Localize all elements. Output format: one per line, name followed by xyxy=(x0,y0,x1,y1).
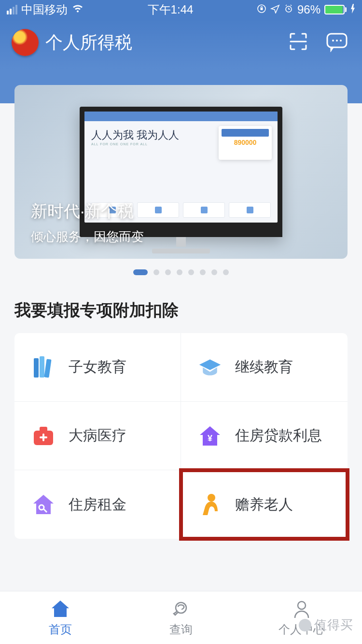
charging-icon xyxy=(350,3,355,16)
elder-icon xyxy=(198,493,222,516)
medkit-icon xyxy=(32,424,55,448)
tab-query[interactable]: 查询 xyxy=(121,591,241,644)
battery-icon xyxy=(324,5,347,14)
svg-point-4 xyxy=(332,40,334,42)
house-key-icon xyxy=(32,493,55,516)
svg-point-15 xyxy=(298,602,306,609)
app-header: 个人所得税 xyxy=(0,19,362,70)
deduction-grid: 子女教育 继续教育 大病医疗 ¥ 住房贷款利息 住房租金 赡养老人 xyxy=(14,333,348,539)
signal-icon xyxy=(7,5,17,14)
banner-card-number: 890000 xyxy=(222,139,269,146)
deduction-label: 住房租金 xyxy=(69,495,126,515)
banner-subtitle: 倾心服务，因您而变 xyxy=(31,228,144,245)
house-yen-icon: ¥ xyxy=(198,424,222,448)
svg-rect-9 xyxy=(44,359,51,378)
svg-rect-11 xyxy=(40,427,47,432)
deduction-item-elderly-support[interactable]: 赡养老人 xyxy=(181,470,348,539)
tab-label: 首页 xyxy=(49,622,72,637)
alarm-icon xyxy=(284,3,293,16)
section-title: 我要填报专项附加扣除 xyxy=(0,286,362,333)
deduction-label: 大病医疗 xyxy=(69,426,126,446)
lock-rotation-icon xyxy=(257,3,266,16)
wifi-icon xyxy=(71,3,84,16)
tax-emblem-icon xyxy=(12,29,39,56)
message-button[interactable] xyxy=(325,31,348,54)
svg-text:¥: ¥ xyxy=(208,434,212,443)
carousel-dot[interactable] xyxy=(211,269,217,275)
grad-cap-icon xyxy=(198,356,222,379)
carrier-label: 中国移动 xyxy=(21,2,68,17)
status-right: 96% xyxy=(257,3,355,16)
svg-point-6 xyxy=(340,40,342,42)
battery-pct: 96% xyxy=(297,3,320,16)
location-icon xyxy=(270,3,280,16)
carousel-dot[interactable] xyxy=(223,269,229,275)
carousel-dot[interactable] xyxy=(188,269,194,275)
carousel-dot[interactable] xyxy=(177,269,182,275)
query-icon xyxy=(170,599,192,620)
app-title-text: 个人所得税 xyxy=(45,31,132,55)
carousel-dot[interactable] xyxy=(153,269,159,275)
deduction-item-children-education[interactable]: 子女教育 xyxy=(14,333,181,402)
status-time: 下午1:44 xyxy=(148,2,194,17)
tab-home[interactable]: 首页 xyxy=(0,591,121,644)
deduction-item-medical[interactable]: 大病医疗 xyxy=(14,402,181,470)
banner-title: 新时代·新个税 xyxy=(31,200,144,223)
banner-carousel[interactable]: 人人为我 我为人人 ALL FOR ONE ONE FOR ALL 890000… xyxy=(0,70,362,286)
scan-button[interactable] xyxy=(288,31,309,54)
carousel-dot[interactable] xyxy=(200,269,206,275)
svg-rect-8 xyxy=(40,356,44,378)
app-title: 个人所得税 xyxy=(12,29,132,56)
status-bar: 中国移动 下午1:44 96% xyxy=(0,0,362,19)
tab-label: 查询 xyxy=(169,622,193,637)
deduction-label: 住房贷款利息 xyxy=(235,426,322,446)
carousel-dots[interactable] xyxy=(14,259,348,286)
home-icon xyxy=(50,599,71,620)
deduction-label: 赡养老人 xyxy=(235,495,293,515)
deduction-item-rent[interactable]: 住房租金 xyxy=(14,470,181,539)
deduction-label: 子女教育 xyxy=(69,357,126,377)
deduction-item-mortgage[interactable]: ¥ 住房贷款利息 xyxy=(181,402,348,470)
status-left: 中国移动 xyxy=(7,2,84,17)
svg-rect-7 xyxy=(34,358,39,378)
watermark: 值得买 xyxy=(299,616,353,633)
deduction-label: 继续教育 xyxy=(235,357,293,377)
books-icon xyxy=(32,356,55,379)
carousel-dot[interactable] xyxy=(133,269,148,275)
svg-point-14 xyxy=(208,494,215,502)
carousel-dot[interactable] xyxy=(165,269,171,275)
svg-point-5 xyxy=(336,40,338,42)
svg-rect-1 xyxy=(260,8,263,10)
deduction-item-continuing-education[interactable]: 继续教育 xyxy=(181,333,348,402)
